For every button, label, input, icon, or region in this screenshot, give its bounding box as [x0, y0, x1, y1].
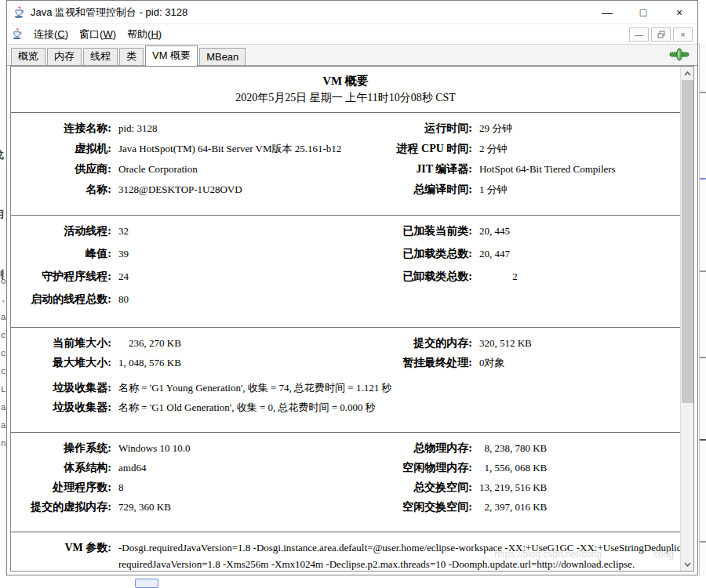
info-label: 提交的内存: — [339, 336, 472, 350]
info-label: 连接名称: — [11, 122, 111, 136]
info-label: 已卸载类总数: — [339, 270, 472, 284]
info-row: 已卸载类总数: 2 — [339, 270, 680, 292]
info-value: 39 — [111, 248, 129, 260]
info-label: 已加装当前类: — [339, 224, 472, 238]
background-fragment — [699, 270, 706, 272]
info-row: 空闲物理内存: 1, 556, 068 KB — [339, 461, 680, 481]
info-row: 暂挂最终处理:0对象 — [339, 356, 680, 376]
background-fragment-text: o . a c c c L a a n — [1, 273, 6, 453]
minimize-button[interactable]: — — [589, 1, 625, 24]
menu-window[interactable]: 窗口(W) — [74, 25, 122, 44]
internal-frame-controls: — × — [629, 27, 693, 42]
info-value: HotSpot 64-Bit Tiered Compilers — [472, 163, 616, 176]
section-heap: 当前堆大小: 236, 270 KB 最大堆大小:1, 048, 576 KB … — [11, 328, 680, 425]
info-row: 空闲交换空间: 2, 397, 016 KB — [339, 500, 680, 520]
frame-restore-button[interactable] — [651, 27, 671, 42]
watermark: cong — [653, 549, 674, 560]
info-value: Windows 10 10.0 — [111, 442, 191, 455]
info-label: 处理程序数: — [11, 481, 111, 495]
info-value: 20, 447 — [472, 248, 510, 260]
info-label: 总编译时间: — [339, 183, 472, 197]
background-fragment — [699, 357, 706, 358]
tab-memory[interactable]: 内存 — [47, 48, 82, 65]
frame-minimize-button[interactable]: — — [629, 27, 649, 42]
info-label: 进程 CPU 时间: — [339, 142, 472, 156]
tab-classes[interactable]: 类 — [119, 48, 144, 65]
menu-bar: 连接(C) 窗口(W) 帮助(H) — × — [7, 24, 697, 45]
info-value: 236, 270 KB — [111, 337, 181, 350]
title-bar: Java 监视和管理控制台 - pid: 3128 — □ × — [7, 1, 697, 24]
info-row: 最大堆大小:1, 048, 576 KB — [11, 356, 339, 376]
info-label: 活动线程: — [11, 224, 111, 238]
frame-close-button[interactable]: × — [673, 27, 693, 42]
info-value: 8, 238, 780 KB — [472, 442, 547, 455]
info-row: 体系结构:amd64 — [11, 461, 339, 481]
tab-threads[interactable]: 线程 — [83, 48, 118, 65]
info-row: 峰值:39 — [11, 247, 339, 270]
tab-mbeans[interactable]: MBean — [199, 48, 246, 65]
info-row: 名称:3128@DESKTOP-1U28OVD — [11, 183, 339, 203]
background-fragment — [699, 92, 706, 93]
info-row: 虚拟机:Java HotSpot(TM) 64-Bit Server VM版本 … — [11, 142, 339, 162]
info-label: 暂挂最终处理: — [339, 356, 472, 370]
scroll-down-icon[interactable] — [681, 557, 694, 571]
menu-mnemonic: W — [103, 28, 112, 40]
java-cup-icon — [13, 6, 26, 19]
info-row: 总交换空间:13, 219, 516 KB — [339, 481, 680, 500]
info-value: 2, 397, 016 KB — [472, 501, 547, 514]
info-row: 提交的内存:320, 512 KB — [339, 336, 680, 356]
section-threads-classes: 活动线程:32 峰值:39 守护程序线程:24 启动的线程总数:80 已加装当前… — [11, 216, 680, 320]
info-row: 已加载类总数:20, 447 — [339, 247, 680, 270]
info-value: 32 — [111, 225, 129, 238]
restore-icon — [657, 31, 665, 38]
page-title: VM 概要 — [11, 74, 680, 89]
java-cup-icon — [12, 28, 24, 40]
background-fragment — [135, 579, 158, 588]
background-window-sliver-right — [699, 43, 706, 576]
info-label: VM 参数: — [11, 541, 111, 555]
info-label: 当前堆大小: — [11, 336, 111, 350]
tab-overview[interactable]: 概览 — [11, 48, 45, 65]
menu-connection[interactable]: 连接(C) — [28, 25, 74, 44]
menu-label: 帮助( — [127, 28, 151, 40]
menu-label: ) — [65, 28, 68, 40]
info-label: 峰值: — [11, 247, 111, 261]
info-row: 提交的虚拟内存:729, 360 KB — [11, 500, 339, 520]
info-label: 体系结构: — [11, 461, 111, 475]
jconsole-window: Java 监视和管理控制台 - pid: 3128 — □ × 连接(C) 窗口… — [6, 0, 698, 575]
watermark: https://blog.csdn.net/cong — [494, 549, 602, 560]
info-row: 启动的线程总数:80 — [11, 292, 339, 315]
info-row: 操作系统:Windows 10 10.0 — [11, 441, 339, 461]
close-button[interactable]: × — [661, 1, 697, 24]
info-row: 处理程序数:8 — [11, 481, 339, 500]
info-row: 总物理内存: 8, 238, 780 KB — [339, 441, 680, 461]
info-label: 垃圾收集器: — [11, 401, 111, 415]
window-title: Java 监视和管理控制台 - pid: 3128 — [31, 5, 187, 20]
section-connection: 连接名称:pid: 3128 虚拟机:Java HotSpot(TM) 64-B… — [11, 114, 680, 208]
info-label: 空闲物理内存: — [339, 461, 472, 475]
info-row: 总编译时间:1 分钟 — [339, 183, 680, 203]
background-fragment — [699, 439, 706, 441]
timestamp: 2020年5月25日 星期一 上午11时10分08秒 CST — [11, 91, 680, 105]
maximize-button[interactable]: □ — [625, 1, 661, 24]
menu-help[interactable]: 帮助(H) — [122, 25, 167, 44]
info-label: 供应商: — [11, 162, 111, 176]
scrollbar-thumb[interactable] — [682, 80, 693, 403]
vertical-scrollbar[interactable] — [680, 67, 693, 571]
info-label: 垃圾收集器: — [11, 381, 111, 395]
scroll-up-icon[interactable] — [681, 67, 694, 80]
menu-label: 窗口( — [79, 28, 103, 40]
info-value: 80 — [111, 293, 129, 306]
info-value: 8 — [111, 481, 124, 494]
info-label: 总物理内存: — [339, 441, 472, 456]
info-label: 已加载类总数: — [339, 247, 472, 261]
info-value: 729, 360 KB — [111, 501, 171, 514]
info-value: 名称 = 'G1 Young Generation', 收集 = 74, 总花费… — [111, 381, 391, 395]
info-label: 提交的虚拟内存: — [11, 500, 111, 514]
info-label: 最大堆大小: — [11, 356, 111, 370]
info-label: JIT 编译器: — [339, 162, 472, 176]
info-label: 虚拟机: — [11, 142, 111, 156]
tab-bar: 概览 内存 线程 类 VM 概要 MBean — [7, 45, 697, 66]
menu-label: ) — [158, 28, 162, 40]
tab-vm-summary[interactable]: VM 概要 — [145, 45, 198, 66]
